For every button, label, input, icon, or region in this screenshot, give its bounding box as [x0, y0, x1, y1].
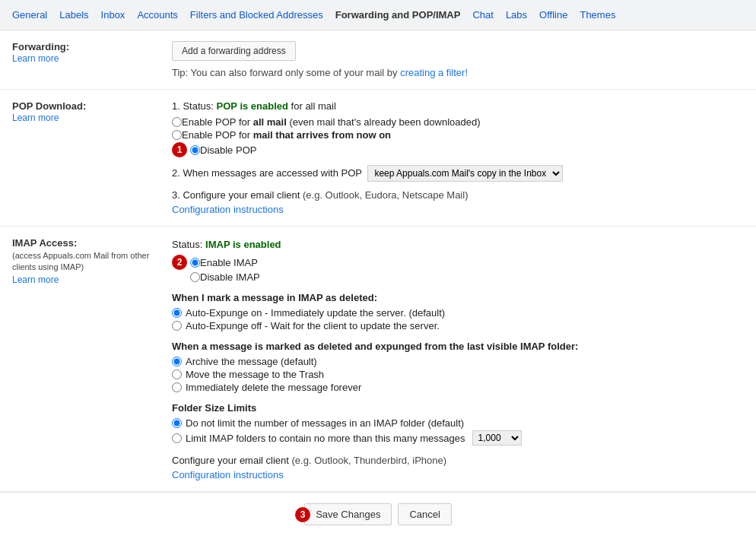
add-forwarding-button[interactable]: Add a forwarding address: [172, 41, 296, 61]
pop-when-accessed: 2. When messages are accessed with POP k…: [172, 165, 744, 182]
imap-deleted-radio-2[interactable]: [172, 321, 182, 331]
nav-chat[interactable]: Chat: [466, 2, 499, 28]
imap-learn-more[interactable]: Learn more: [12, 274, 59, 285]
pop-status-value: POP is enabled: [217, 100, 288, 112]
imap-radio-disable[interactable]: [190, 272, 200, 282]
save-badge: 3: [295, 507, 310, 522]
imap-deleted-label-2: Auto-Expunge off - Wait for the client t…: [186, 320, 440, 331]
imap-deleted-label-1: Auto-Expunge on - Immediately update the…: [186, 307, 445, 319]
imap-deleted-title: When I mark a message in IMAP as deleted…: [172, 292, 744, 303]
pop-status-prefix: 1. Status:: [172, 100, 214, 112]
forwarding-label: Forwarding: Learn more: [12, 41, 172, 78]
imap-expunged-label-2: Move the message to the Trash: [186, 369, 324, 380]
save-badge-wrap: 3 Save Changes: [304, 503, 392, 525]
nav-general[interactable]: General: [6, 2, 53, 28]
imap-expunged-title: When a message is marked as deleted and …: [172, 341, 744, 352]
save-button[interactable]: Save Changes: [304, 503, 392, 525]
main-content: Forwarding: Learn more Add a forwarding …: [0, 30, 756, 536]
imap-expunged-label-1: Archive the message (default): [186, 356, 317, 367]
imap-section: IMAP Access: (access Appuals.com Mail fr…: [0, 227, 756, 492]
pop-status-suffix: for all mail: [291, 100, 336, 112]
forwarding-content: Add a forwarding address Tip: You can al…: [172, 41, 744, 78]
nav-themes[interactable]: Themes: [573, 2, 621, 28]
forwarding-title: Forwarding:: [12, 41, 160, 52]
imap-enable-label: Enable IMAP: [200, 257, 258, 268]
pop-status: 1. Status: POP is enabled for all mail: [172, 100, 744, 112]
nav-bar: General Labels Inbox Accounts Filters an…: [0, 0, 756, 30]
imap-expunged-label-3: Immediately delete the message forever: [186, 382, 361, 393]
nav-labels[interactable]: Labels: [53, 2, 94, 28]
imap-expunged-opt1: Archive the message (default): [172, 356, 744, 367]
imap-deleted-opt1: Auto-Expunge on - Immediately update the…: [172, 307, 744, 319]
imap-label: IMAP Access: (access Appuals.com Mail fr…: [12, 237, 172, 480]
nav-filters[interactable]: Filters and Blocked Addresses: [184, 2, 329, 28]
forwarding-learn-more[interactable]: Learn more: [12, 53, 59, 64]
pop-fromnow-label: Enable POP for mail that arrives from no…: [182, 129, 391, 141]
nav-labs[interactable]: Labs: [500, 2, 533, 28]
forwarding-section: Forwarding: Learn more Add a forwarding …: [0, 30, 756, 90]
pop-radio-allmail[interactable]: [172, 117, 182, 127]
imap-title: IMAP Access:: [12, 237, 160, 249]
imap-folder-label-2: Limit IMAP folders to contain no more th…: [186, 433, 465, 444]
imap-radio-enable[interactable]: [190, 258, 200, 268]
pop-label: POP Download: Learn more: [12, 100, 172, 215]
pop-option-2: Enable POP for mail that arrives from no…: [172, 129, 744, 141]
imap-expunged-section: When a message is marked as deleted and …: [172, 341, 744, 393]
pop-allmail-label: Enable POP for all mail (even mail that'…: [182, 116, 481, 128]
imap-folder-section: Folder Size Limits Do not limit the numb…: [172, 402, 744, 446]
imap-sub-label: (access Appuals.com Mail from other clie…: [12, 250, 160, 274]
imap-folder-title: Folder Size Limits: [172, 402, 744, 414]
imap-expunged-radio-3[interactable]: [172, 382, 182, 392]
imap-folder-opt2: Limit IMAP folders to contain no more th…: [172, 430, 744, 446]
imap-expunged-opt3: Immediately delete the message forever: [172, 382, 744, 393]
imap-status: Status: IMAP is enabled: [172, 239, 744, 250]
imap-content: Status: IMAP is enabled 2 Enable IMAP Di…: [172, 237, 744, 480]
pop-learn-more[interactable]: Learn more: [12, 113, 59, 123]
imap-expunged-opt2: Move the message to the Trash: [172, 369, 744, 380]
imap-disable-label: Disable IMAP: [200, 271, 260, 283]
cancel-button[interactable]: Cancel: [398, 503, 451, 525]
imap-expunged-radio-2[interactable]: [172, 369, 182, 379]
imap-deleted-opt2: Auto-Expunge off - Wait for the client t…: [172, 320, 744, 331]
pop-content: 1. Status: POP is enabled for all mail E…: [172, 100, 744, 215]
pop-badge: 1: [172, 142, 187, 157]
pop-disable-label: Disable POP: [200, 144, 256, 156]
imap-deleted-radio-1[interactable]: [172, 308, 182, 318]
imap-folder-radio-2[interactable]: [172, 433, 182, 443]
nav-forwarding[interactable]: Forwarding and POP/IMAP: [329, 2, 467, 28]
imap-folder-opt1: Do not limit the number of messages in a…: [172, 417, 744, 429]
imap-folder-label-1: Do not limit the number of messages in a…: [186, 417, 464, 429]
pop-radio-fromnow[interactable]: [172, 130, 182, 140]
pop-option-3: 1 Disable POP: [172, 142, 744, 157]
imap-folder-radio-1[interactable]: [172, 418, 182, 428]
pop-radio-disable[interactable]: [190, 145, 200, 155]
imap-configure-text: Configure your email client (e.g. Outloo…: [172, 455, 744, 466]
footer-buttons: 3 Save Changes Cancel: [0, 492, 756, 536]
imap-folder-select[interactable]: 1,000 2,000 5,000 10,000: [472, 430, 522, 446]
pop-when-select[interactable]: keep Appuals.com Mail's copy in the Inbo…: [367, 165, 563, 182]
imap-badge: 2: [172, 255, 187, 270]
imap-configure-section: Configure your email client (e.g. Outloo…: [172, 455, 744, 480]
nav-offline[interactable]: Offline: [533, 2, 573, 28]
imap-status-prefix: Status:: [172, 239, 202, 250]
pop-option-1: Enable POP for all mail (even mail that'…: [172, 116, 744, 128]
pop-section: POP Download: Learn more 1. Status: POP …: [0, 90, 756, 227]
creating-filter-link[interactable]: creating a filter!: [400, 67, 468, 78]
imap-disable-row: Disable IMAP: [172, 271, 744, 283]
pop-title: POP Download:: [12, 100, 160, 112]
forwarding-tip: Tip: You can also forward only some of y…: [172, 67, 744, 78]
imap-deleted-section: When I mark a message in IMAP as deleted…: [172, 292, 744, 331]
nav-accounts[interactable]: Accounts: [131, 2, 183, 28]
imap-enable-row: 2 Enable IMAP: [172, 255, 744, 270]
nav-inbox[interactable]: Inbox: [95, 2, 132, 28]
imap-expunged-radio-1[interactable]: [172, 357, 182, 366]
pop-configure-text: 3. Configure your email client (e.g. Out…: [172, 189, 744, 201]
imap-status-value: IMAP is enabled: [205, 239, 281, 250]
imap-config-link[interactable]: Configuration instructions: [172, 469, 284, 480]
pop-config-link[interactable]: Configuration instructions: [172, 204, 284, 215]
